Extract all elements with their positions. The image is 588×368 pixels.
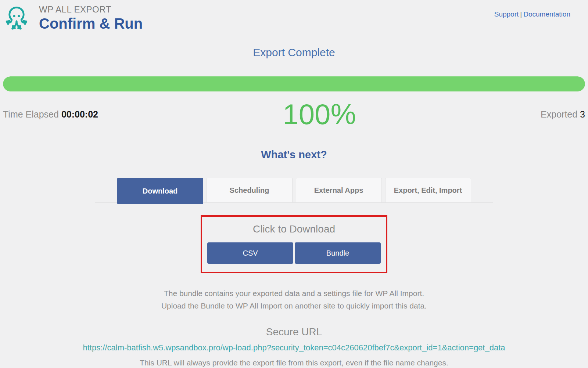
- csv-download-button[interactable]: CSV: [207, 242, 293, 264]
- header-links: Support|Documentation: [494, 10, 570, 18]
- download-highlight-box: Click to Download CSV Bundle: [201, 215, 387, 273]
- stats-row: Time Elapsed 00:00:02 100% Exported 3: [0, 97, 588, 132]
- exported-count: Exported 3: [541, 109, 585, 120]
- progress-bar-fill: [3, 76, 585, 91]
- support-link[interactable]: Support: [494, 10, 519, 18]
- click-to-download-heading: Click to Download: [207, 223, 381, 235]
- bundle-note-line1: The bundle contains your exported data a…: [0, 287, 588, 300]
- secure-url-row: https://calm-batfish.w5.wpsandbox.pro/wp…: [0, 343, 588, 353]
- time-elapsed-value: 00:00:02: [61, 109, 98, 119]
- links-separator: |: [520, 10, 522, 18]
- export-complete-heading: Export Complete: [0, 46, 588, 59]
- exported-value: 3: [580, 109, 585, 119]
- download-buttons: CSV Bundle: [207, 242, 381, 264]
- secure-url-link[interactable]: https://calm-batfish.w5.wpsandbox.pro/wp…: [83, 343, 505, 352]
- tab-external-apps[interactable]: External Apps: [296, 178, 382, 202]
- bundle-note: The bundle contains your exported data a…: [0, 287, 588, 312]
- documentation-link[interactable]: Documentation: [523, 10, 570, 18]
- time-elapsed: Time Elapsed 00:00:02: [3, 109, 98, 120]
- bundle-note-line2: Upload the Bundle to WP All Import on an…: [0, 300, 588, 312]
- octopus-icon: [3, 2, 30, 34]
- tab-scheduling[interactable]: Scheduling: [207, 178, 293, 202]
- tab-download[interactable]: Download: [117, 178, 203, 204]
- whats-next-heading: What's next?: [0, 149, 588, 161]
- tab-export-edit-import[interactable]: Export, Edit, Import: [385, 178, 471, 202]
- tabs-bar: Download Scheduling External Apps Export…: [95, 178, 493, 203]
- exported-label: Exported: [541, 109, 577, 119]
- progress-percent: 100%: [283, 100, 356, 129]
- page-header: WP ALL EXPORT Confirm & Run Support|Docu…: [0, 0, 588, 38]
- secure-url-heading: Secure URL: [0, 326, 588, 338]
- time-elapsed-label: Time Elapsed: [3, 109, 59, 119]
- secure-url-note: This URL will always provide the export …: [0, 358, 588, 367]
- progress-bar: [3, 76, 585, 91]
- bundle-download-button[interactable]: Bundle: [295, 242, 381, 264]
